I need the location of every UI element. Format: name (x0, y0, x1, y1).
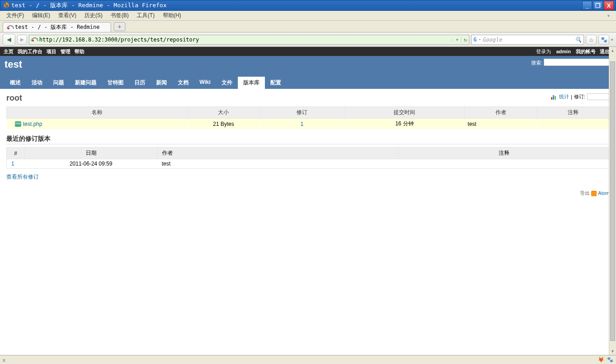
home-button[interactable]: ⌂ (586, 35, 597, 45)
menu-edit[interactable]: 编辑(E) (28, 11, 54, 20)
topmenu-logout[interactable]: 退出 (600, 49, 610, 54)
topmenu-projects[interactable]: 项目 (46, 49, 56, 54)
content: 统计 | 修订: root 名称 大小 修订 提交时间 作者 注释 test.p… (0, 89, 616, 201)
menu-view[interactable]: 查看(V) (55, 11, 80, 20)
tab-title: test - / - 版本库 - Redmine (15, 23, 100, 31)
toolbar-dropdown-icon[interactable]: ▾ (611, 37, 613, 42)
project-title: test (5, 59, 22, 70)
maximize-button[interactable]: ❐ (593, 1, 603, 10)
revisions-table: # 日期 作者 注释 1 2011-06-24 09:59 test (6, 147, 610, 169)
feed-icon: ◌ (591, 191, 597, 196)
file-link[interactable]: test.php (23, 121, 42, 127)
export-links: 导出 ◌ Atom (6, 190, 610, 197)
menubar-dropdown-icon[interactable]: ▾ (604, 13, 613, 19)
file-size: 21 Bytes (187, 119, 259, 129)
topmenu-mypage[interactable]: 我的工作台 (18, 49, 42, 54)
tab-issues[interactable]: 问题 (48, 77, 69, 89)
latest-revisions-heading: 最近的修订版本 (6, 135, 610, 144)
revision-input[interactable] (587, 93, 610, 100)
bookmark-star-icon[interactable]: ☆ (450, 36, 454, 43)
rev-comment (398, 159, 610, 169)
firefox-navbar: ◄ ► http://192.168.8.32:3000/projects/te… (0, 32, 616, 47)
atom-link[interactable]: Atom (598, 190, 610, 196)
export-label: 导出 (580, 190, 590, 196)
menu-history[interactable]: 历史(S) (81, 11, 106, 20)
menu-bookmarks[interactable]: 书签(B) (107, 11, 132, 20)
topmenu-help[interactable]: 帮助 (74, 49, 84, 54)
file-age: 16 分钟 (344, 119, 465, 129)
revision-row: 1 2011-06-24 09:59 test (7, 159, 610, 169)
search-label: 搜索: (531, 60, 542, 65)
firefox-tabstrip: test - / - 版本库 - Redmine + (0, 21, 616, 32)
redmine-icon (7, 24, 13, 31)
tab-news[interactable]: 新闻 (151, 77, 172, 89)
forward-button[interactable]: ► (17, 35, 27, 45)
search-input[interactable] (544, 59, 611, 66)
addon-button[interactable]: 🐾 (598, 35, 609, 45)
search-bar[interactable]: G ▾ Google 🔍 (471, 35, 584, 45)
tab-gantt[interactable]: 甘特图 (102, 77, 129, 89)
revision-label: 修订: (574, 93, 585, 100)
google-icon: G (473, 37, 477, 43)
main-menu: 概述 活动 问题 新建问题 甘特图 日历 新闻 文档 Wiki 文件 版本库 配… (5, 77, 611, 89)
browser-tab[interactable]: test - / - 版本库 - Redmine (3, 22, 111, 32)
window-titlebar: test - / - 版本库 - Redmine - Mozilla Firef… (0, 0, 616, 11)
minimize-button[interactable]: _ (582, 1, 592, 10)
menu-tools[interactable]: 工具(T) (133, 11, 158, 20)
redmine-header: test 搜索: 概述 活动 问题 新建问题 甘特图 日历 新闻 文档 Wiki… (0, 56, 616, 89)
file-revision[interactable]: 1 (301, 121, 304, 127)
scroll-up-icon[interactable]: ▲ (609, 47, 616, 54)
url-text: http://192.168.8.32:3000/projects/test/r… (39, 37, 448, 43)
revcol-comment: 注释 (398, 147, 610, 159)
view-all-revisions-link[interactable]: 查看所有修订 (6, 174, 39, 180)
menu-help[interactable]: 帮助(H) (159, 11, 185, 20)
stats-icon (551, 94, 557, 100)
rev-author: test (157, 159, 398, 169)
topmenu-home[interactable]: 主页 (4, 49, 14, 54)
revcol-num: # (7, 147, 25, 159)
rev-date: 2011-06-24 09:59 (25, 159, 157, 169)
file-author: test (465, 119, 537, 129)
path-heading: root (6, 93, 610, 103)
site-icon (31, 37, 37, 43)
tab-overview[interactable]: 概述 (5, 77, 26, 89)
col-size: 大小 (187, 107, 259, 119)
close-button[interactable]: X (604, 1, 614, 10)
loggedas: 登录为 admin (536, 49, 570, 54)
redmine-topmenu: 主页 我的工作台 项目 管理 帮助 登录为 admin 我的帐号 退出 (0, 47, 616, 56)
contextual-actions: 统计 | 修订: (551, 93, 610, 100)
project-search: 搜索: (531, 59, 611, 70)
col-name: 名称 (7, 107, 188, 119)
dropdown-icon[interactable]: ▾ (478, 37, 481, 41)
back-button[interactable]: ◄ (3, 34, 15, 46)
file-comment (537, 119, 609, 129)
rev-num[interactable]: 1 (11, 161, 14, 167)
window-title: test - / - 版本库 - Redmine - Mozilla Firef… (11, 1, 582, 9)
revcol-author: 作者 (157, 147, 398, 159)
php-file-icon (15, 121, 21, 127)
menu-file[interactable]: 文件(F) (3, 11, 28, 20)
stats-link[interactable]: 统计 (559, 93, 569, 100)
tab-calendar[interactable]: 日历 (129, 77, 151, 89)
reload-icon[interactable]: ↻ (461, 37, 467, 43)
scrollbar-thumb[interactable] (610, 61, 615, 201)
col-author: 作者 (465, 107, 537, 119)
tab-activity[interactable]: 活动 (26, 77, 48, 89)
tab-files[interactable]: 文件 (216, 77, 238, 89)
tab-documents[interactable]: 文档 (172, 77, 194, 89)
firefox-icon (2, 2, 9, 9)
dropdown-icon[interactable]: ▾ (456, 37, 459, 43)
tab-wiki[interactable]: Wiki (194, 77, 216, 89)
col-revision: 修订 (260, 107, 344, 119)
topmenu-account[interactable]: 我的帐号 (576, 49, 596, 54)
tab-repository[interactable]: 版本库 (238, 77, 265, 89)
topmenu-admin[interactable]: 管理 (60, 49, 70, 54)
new-tab-button[interactable]: + (114, 22, 125, 31)
url-bar[interactable]: http://192.168.8.32:3000/projects/test/r… (29, 35, 469, 45)
tab-newissue[interactable]: 新建问题 (69, 77, 102, 89)
search-placeholder: Google (482, 37, 502, 43)
search-icon[interactable]: 🔍 (575, 37, 582, 43)
revcol-date: 日期 (25, 147, 157, 159)
vertical-scrollbar[interactable]: ▲ ▼ (609, 47, 616, 201)
tab-settings[interactable]: 配置 (265, 77, 287, 89)
